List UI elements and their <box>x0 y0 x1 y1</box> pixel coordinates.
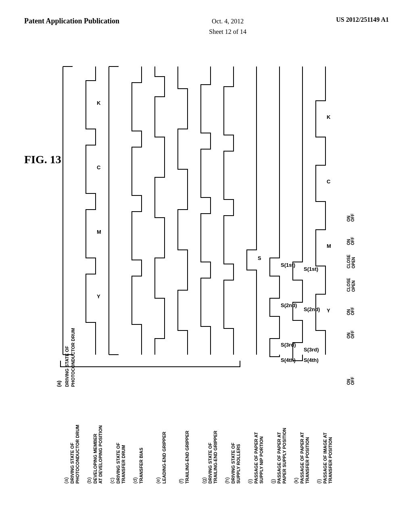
c-label2: C <box>327 179 331 185</box>
svg-text:PHOTOCONDUCTOR DRUM: PHOTOCONDUCTOR DRUM <box>75 425 80 484</box>
svg-text:LEADING-END GRIPPER: LEADING-END GRIPPER <box>162 432 167 484</box>
svg-text:CLOSE: CLOSE <box>346 254 351 268</box>
svg-text:TRAILING-END GRIPPER: TRAILING-END GRIPPER <box>185 431 190 484</box>
m-label2: M <box>327 243 331 249</box>
svg-text:(i): (i) <box>247 479 253 484</box>
svg-text:(c): (c) <box>109 478 115 484</box>
svg-text:PASSAGE OF PAPER AT: PASSAGE OF PAPER AT <box>300 432 305 484</box>
svg-text:OFF: OFF <box>350 237 355 245</box>
s4th-label1: S(4th) <box>304 357 319 363</box>
svg-text:CLOSE: CLOSE <box>346 278 351 292</box>
figure-label: FIG. 13 <box>24 153 61 166</box>
patent-number: US 2012/251149 A1 <box>336 16 389 23</box>
svg-text:(b): (b) <box>86 477 92 484</box>
s1st-label2: S(1st) <box>304 266 318 272</box>
s3rd-label1: S(3rd) <box>304 347 319 353</box>
svg-text:SUPPLY NIP PORTION: SUPPLY NIP PORTION <box>259 436 264 484</box>
k-label1: K <box>97 100 101 106</box>
svg-text:(j): (j) <box>270 479 276 484</box>
svg-text:PAPER SUPPLY POSITION: PAPER SUPPLY POSITION <box>282 428 287 484</box>
svg-text:DRIVING STATE OF: DRIVING STATE OF <box>208 443 213 484</box>
s4th-label2: S(4th) <box>281 357 296 363</box>
page-header: Patent Application Publication Oct. 4, 2… <box>0 0 413 45</box>
svg-text:OFF: OFF <box>350 214 355 222</box>
svg-text:(h): (h) <box>224 477 230 484</box>
s3rd-label2: S(3rd) <box>281 342 296 348</box>
s2nd-label1: S(2nd) <box>281 302 297 308</box>
publication-title: Patent Application Publication <box>24 16 119 26</box>
svg-text:AT DEVELOPING POSITION: AT DEVELOPING POSITION <box>98 425 103 484</box>
k-label2: K <box>327 114 331 120</box>
svg-text:TRANSFER POSITION: TRANSFER POSITION <box>305 437 310 484</box>
svg-text:DRIVING STATE OF: DRIVING STATE OF <box>70 443 75 484</box>
header-center: Oct. 4, 2012 Sheet 12 of 14 <box>209 16 246 37</box>
svg-text:TRANSFER BIAS: TRANSFER BIAS <box>139 448 144 484</box>
svg-text:(d): (d) <box>132 477 138 484</box>
svg-text:PASSAGE OF PAPER AT: PASSAGE OF PAPER AT <box>277 432 282 484</box>
svg-text:TRANSFER DRUM: TRANSFER DRUM <box>121 445 126 484</box>
svg-text:(a): (a) <box>63 477 69 484</box>
y-label2: Y <box>327 308 330 314</box>
svg-text:PASSAGE OF PAPER AT: PASSAGE OF PAPER AT <box>254 432 259 484</box>
svg-text:(k): (k) <box>293 478 299 484</box>
pub-date: Oct. 4, 2012 <box>212 18 244 25</box>
diagram-svg: (a) DRIVING STATE OF PHOTOCONDUCTOR DRUM… <box>56 56 403 500</box>
svg-text:OPEN: OPEN <box>351 257 356 268</box>
svg-text:DRIVING STATE OF: DRIVING STATE OF <box>116 443 121 484</box>
svg-text:DEVELOPING MEMBER: DEVELOPING MEMBER <box>93 434 98 484</box>
svg-text:PASSAGE OF IMAGE AT: PASSAGE OF IMAGE AT <box>323 432 327 484</box>
c-label1: C <box>97 164 101 170</box>
svg-text:OFF: OFF <box>350 377 355 385</box>
svg-text:(g): (g) <box>201 477 207 484</box>
sheet-info: Sheet 12 of 14 <box>209 28 246 35</box>
svg-text:TRANSFER POSITION: TRANSFER POSITION <box>328 437 333 484</box>
svg-text:(l): (l) <box>316 479 322 484</box>
svg-text:TRAILING-END GRIPPER: TRAILING-END GRIPPER <box>213 431 218 484</box>
m-label1: M <box>97 229 101 235</box>
s2nd-label2: S(2nd) <box>304 306 320 312</box>
svg-text:PHOTOCONDUCTOR DRUM: PHOTOCONDUCTOR DRUM <box>71 328 75 387</box>
y-label1: Y <box>97 293 100 299</box>
svg-text:(a): (a) <box>56 380 62 387</box>
s-label: S <box>258 255 261 261</box>
svg-text:OPEN: OPEN <box>351 281 356 292</box>
svg-text:OFF: OFF <box>350 330 355 339</box>
svg-text:OFF: OFF <box>350 307 355 315</box>
svg-text:DRIVING STATE OF: DRIVING STATE OF <box>231 443 236 484</box>
svg-text:(e): (e) <box>155 477 161 484</box>
svg-text:(f): (f) <box>178 479 184 484</box>
svg-text:SUPPLY ROLLERS: SUPPLY ROLLERS <box>236 444 241 484</box>
